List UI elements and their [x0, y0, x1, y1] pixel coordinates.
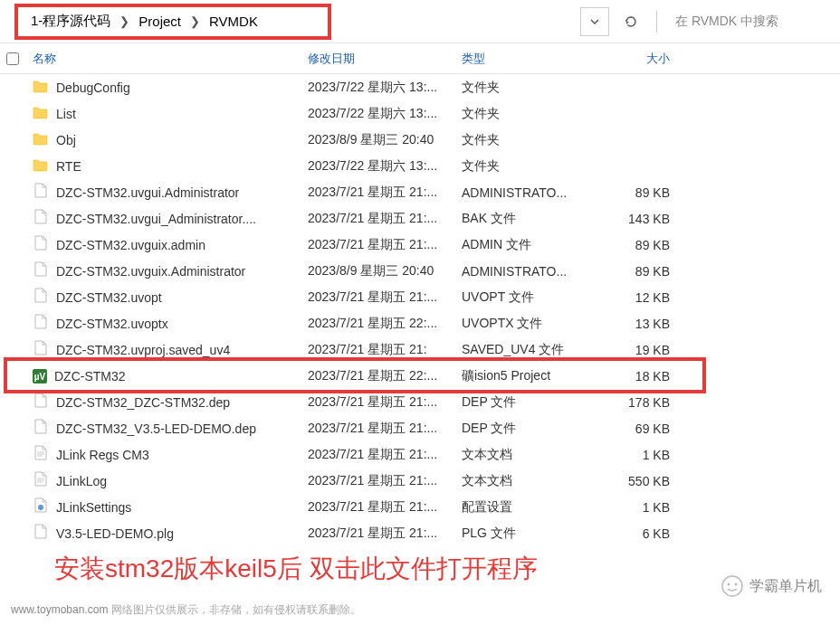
file-name: DZC-STM32.uvguix.Administrator	[56, 264, 245, 279]
file-date: 2023/7/22 星期六 13:...	[308, 80, 462, 96]
file-type: 文件夹	[462, 132, 597, 148]
file-type: 礦ision5 Project	[462, 368, 597, 384]
breadcrumb-item-0[interactable]: 1-程序源代码	[27, 13, 114, 30]
file-row[interactable]: µVDZC-STM322023/7/21 星期五 22:...礦ision5 P…	[0, 363, 840, 389]
file-type: ADMIN 文件	[462, 237, 597, 253]
file-name: V3.5-LED-DEMO.plg	[56, 526, 174, 541]
divider	[656, 11, 657, 33]
file-row[interactable]: DZC-STM32.uvoptx2023/7/21 星期五 22:...UVOP…	[0, 310, 840, 336]
column-header-size[interactable]: 大小	[597, 51, 697, 67]
refresh-button[interactable]	[616, 7, 645, 36]
history-dropdown-button[interactable]	[580, 7, 609, 36]
file-name: DZC-STM32.uvguix.admin	[56, 238, 205, 252]
file-type: DEP 文件	[462, 394, 597, 411]
file-row[interactable]: JLinkLog2023/7/21 星期五 21:...文本文档550 KB	[0, 468, 840, 494]
search-input[interactable]: 在 RVMDK 中搜索	[675, 14, 829, 30]
file-row[interactable]: DZC-STM32.uvproj.saved_uv42023/7/21 星期五 …	[0, 336, 840, 363]
column-header-type[interactable]: 类型	[462, 51, 597, 67]
file-date: 2023/7/21 星期五 21:...	[308, 237, 462, 253]
file-size: 1 KB	[597, 500, 697, 515]
file-name: DebugConfig	[56, 80, 130, 95]
file-name: DZC-STM32_DZC-STM32.dep	[56, 395, 230, 410]
file-row[interactable]: JLinkSettings2023/7/21 星期五 21:...配置设置1 K…	[0, 494, 840, 520]
file-date: 2023/7/21 星期五 21:	[308, 342, 462, 358]
file-row[interactable]: DZC-STM32.uvguix.Administrator2023/8/9 星…	[0, 258, 840, 284]
file-date: 2023/7/21 星期五 21:...	[308, 185, 462, 201]
file-icon	[33, 235, 49, 254]
file-icon	[33, 288, 49, 307]
file-icon	[33, 314, 49, 333]
file-row[interactable]: DZC-STM32.uvgui_Administrator....2023/7/…	[0, 205, 840, 232]
file-type: PLG 文件	[462, 526, 597, 542]
file-row[interactable]: V3.5-LED-DEMO.plg2023/7/21 星期五 21:...PLG…	[0, 520, 840, 546]
file-name: JLinkSettings	[56, 500, 131, 515]
file-size: 89 KB	[597, 185, 697, 200]
file-date: 2023/8/9 星期三 20:40	[308, 263, 462, 279]
file-type: 文件夹	[462, 106, 597, 122]
file-date: 2023/7/21 星期五 21:...	[308, 394, 462, 411]
file-size: 69 KB	[597, 421, 697, 436]
folder-icon	[33, 104, 49, 123]
file-row[interactable]: DZC-STM32_V3.5-LED-DEMO.dep2023/7/21 星期五…	[0, 415, 840, 441]
file-icon	[33, 419, 49, 438]
file-type: BAK 文件	[462, 211, 597, 227]
keil-project-icon: µV	[33, 369, 47, 384]
file-row[interactable]: JLink Regs CM32023/7/21 星期五 21:...文本文档1 …	[0, 441, 840, 468]
file-type: DEP 文件	[462, 421, 597, 437]
file-type: SAVED_UV4 文件	[462, 342, 597, 358]
file-size: 550 KB	[597, 474, 697, 488]
file-date: 2023/7/21 星期五 21:...	[308, 211, 462, 227]
file-name: List	[56, 107, 76, 121]
file-size: 6 KB	[597, 526, 697, 541]
watermark-text: 学霸单片机	[749, 577, 822, 596]
file-size: 18 KB	[597, 369, 697, 384]
file-size: 12 KB	[597, 290, 697, 305]
svg-point-2	[728, 583, 730, 586]
file-row[interactable]: DebugConfig2023/7/22 星期六 13:...文件夹	[0, 74, 840, 100]
file-icon: µV	[33, 368, 47, 384]
file-size: 178 KB	[597, 395, 697, 410]
breadcrumb-item-2[interactable]: RVMDK	[205, 14, 262, 29]
file-row[interactable]: DZC-STM32_DZC-STM32.dep2023/7/21 星期五 21:…	[0, 389, 840, 415]
file-row[interactable]: DZC-STM32.uvguix.admin2023/7/21 星期五 21:.…	[0, 232, 840, 258]
file-type: UVOPT 文件	[462, 289, 597, 306]
footer-disclaimer: www.toymoban.com 网络图片仅供展示，非存储，如有侵权请联系删除。	[11, 602, 361, 618]
file-name: DZC-STM32.uvgui_Administrator....	[56, 212, 256, 226]
file-name: DZC-STM32.uvproj.saved_uv4	[56, 343, 230, 357]
file-date: 2023/7/21 星期五 21:...	[308, 473, 462, 489]
file-row[interactable]: RTE2023/7/22 星期六 13:...文件夹	[0, 153, 840, 179]
annotation-text: 安装stm32版本keil5后 双击此文件打开程序	[54, 552, 538, 586]
file-date: 2023/7/21 星期五 21:...	[308, 447, 462, 463]
footer-domain: www.toymoban.com	[11, 603, 108, 616]
file-date: 2023/7/22 星期六 13:...	[308, 158, 462, 175]
file-icon	[33, 340, 49, 359]
svg-point-3	[735, 583, 738, 586]
breadcrumb-item-1[interactable]: Project	[135, 14, 185, 29]
file-name: JLinkLog	[56, 474, 107, 488]
select-all-checkbox[interactable]	[6, 52, 19, 65]
file-name: DZC-STM32_V3.5-LED-DEMO.dep	[56, 421, 256, 436]
file-list: DebugConfig2023/7/22 星期六 13:...文件夹List20…	[0, 74, 840, 546]
file-type: ADMINISTRATO...	[462, 185, 597, 200]
file-row[interactable]: DZC-STM32.uvgui.Administrator2023/7/21 星…	[0, 179, 840, 205]
file-row[interactable]: List2023/7/22 星期六 13:...文件夹	[0, 100, 840, 127]
column-header-date[interactable]: 修改日期	[308, 51, 462, 67]
file-type: 文本文档	[462, 447, 597, 463]
breadcrumb[interactable]: 1-程序源代码 ❯ Project ❯ RVMDK	[14, 4, 331, 40]
file-name: DZC-STM32.uvoptx	[56, 317, 168, 331]
file-row[interactable]: DZC-STM32.uvopt2023/7/21 星期五 21:...UVOPT…	[0, 284, 840, 310]
file-date: 2023/7/21 星期五 21:...	[308, 289, 462, 306]
column-header-name[interactable]: 名称	[25, 51, 308, 67]
file-type: ADMINISTRATO...	[462, 264, 597, 279]
file-date: 2023/7/21 星期五 21:...	[308, 499, 462, 516]
watermark-logo: 学霸单片机	[721, 574, 822, 598]
search-placeholder: 在 RVMDK 中搜索	[675, 14, 778, 30]
file-icon	[33, 497, 49, 516]
address-bar: 1-程序源代码 ❯ Project ❯ RVMDK 在 RVMDK 中搜索	[0, 0, 840, 43]
file-icon	[33, 209, 49, 228]
file-name: DZC-STM32	[54, 369, 126, 384]
file-row[interactable]: Obj2023/8/9 星期三 20:40文件夹	[0, 127, 840, 153]
file-icon	[33, 445, 49, 464]
chevron-right-icon: ❯	[114, 14, 135, 28]
chevron-right-icon: ❯	[185, 14, 205, 28]
